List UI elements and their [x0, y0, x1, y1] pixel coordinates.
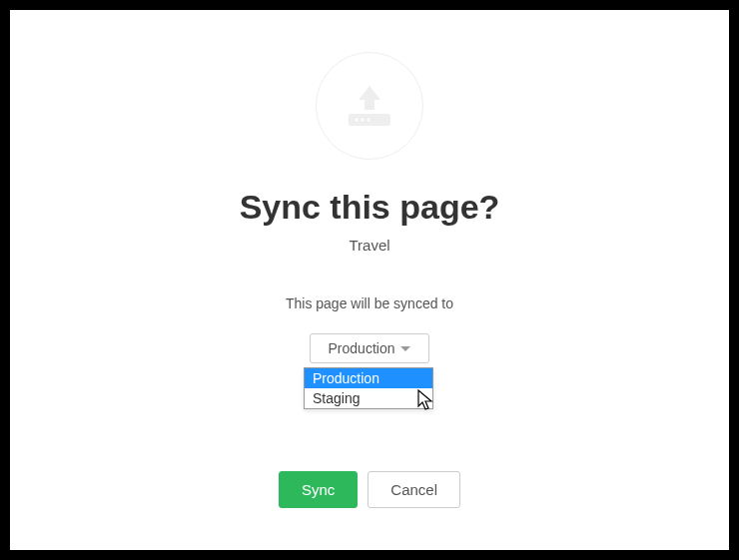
environment-dropdown[interactable]: Production [310, 333, 429, 363]
sync-description: This page will be synced to [286, 295, 453, 311]
hero-icon-circle [316, 52, 423, 160]
sync-dialog: Sync this page? Travel This page will be… [10, 10, 729, 550]
svg-point-2 [362, 119, 365, 122]
dialog-title: Sync this page? [240, 188, 500, 227]
environment-dropdown-menu: Production Staging [304, 367, 433, 409]
cancel-button[interactable]: Cancel [368, 471, 460, 508]
upload-icon [343, 82, 396, 130]
dropdown-option-production[interactable]: Production [305, 368, 432, 388]
page-name: Travel [349, 237, 389, 254]
dropdown-option-staging[interactable]: Staging [305, 388, 432, 408]
sync-button[interactable]: Sync [279, 471, 358, 508]
svg-point-3 [368, 119, 370, 122]
dialog-buttons: Sync Cancel [279, 471, 460, 508]
environment-dropdown-wrapper: Production Production Staging [310, 333, 429, 363]
svg-point-1 [356, 119, 359, 122]
caret-down-icon [400, 346, 410, 351]
environment-selected: Production [329, 340, 395, 356]
